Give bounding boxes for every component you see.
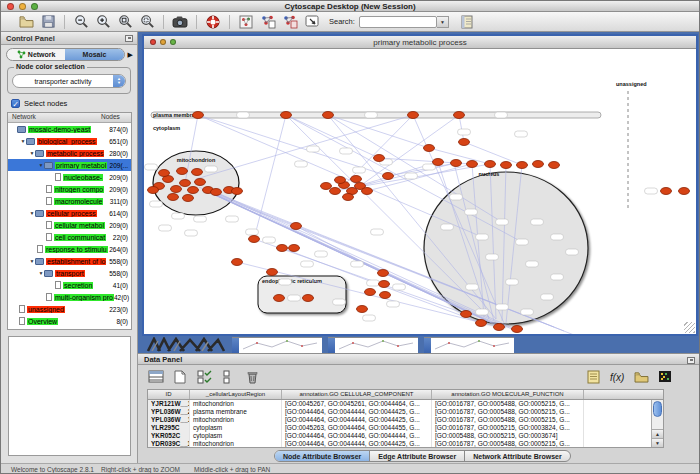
save-icon[interactable] — [38, 13, 58, 30]
network-node[interactable] — [467, 161, 478, 168]
tree-row-secretion[interactable]: secretion41(0) — [8, 279, 131, 291]
annotation-icon[interactable] — [302, 13, 322, 30]
network-node[interactable] — [192, 169, 203, 176]
network-canvas[interactable]: plasma membranecytoplasmmitochondrionnuc… — [144, 49, 696, 334]
network-node[interactable] — [378, 270, 389, 277]
import-attributes-icon[interactable] — [631, 368, 651, 385]
create-network-icon[interactable] — [258, 13, 278, 30]
network-node[interactable] — [533, 161, 544, 168]
table-row-YPL036W__1[interactable]: YPL036W__1mitochondrion[GO:0044464, GO:0… — [148, 416, 663, 424]
zoom-in-icon[interactable] — [93, 13, 113, 30]
search-input[interactable] — [359, 16, 437, 28]
tab-mosaic[interactable]: Mosaic — [65, 49, 123, 60]
network-node[interactable] — [661, 188, 672, 195]
tab-node-attribute-browser[interactable]: Node Attribute Browser — [275, 451, 370, 461]
network-node[interactable] — [195, 179, 206, 186]
float-panel-icon[interactable] — [125, 35, 133, 42]
matrix-view-icon[interactable] — [655, 368, 675, 385]
network-node[interactable] — [232, 259, 243, 266]
network-node[interactable] — [408, 112, 419, 119]
network-node[interactable] — [232, 188, 243, 195]
tree-row-cellular-process[interactable]: ▼cellular process614(0) — [8, 207, 131, 219]
table-row-YLR295C[interactable]: YLR295Ccytoplasm[GO:0045263, GO:0044464,… — [148, 424, 663, 432]
tree-row-cell-communicat[interactable]: cell communicat22(0) — [8, 231, 131, 243]
network-node[interactable] — [321, 183, 332, 190]
tree-row-unassigned[interactable]: unassigned223(0) — [8, 303, 131, 315]
network-node[interactable] — [383, 173, 394, 180]
select-attributes-icon[interactable] — [194, 368, 214, 385]
network-node[interactable] — [281, 112, 292, 119]
network-node[interactable] — [501, 162, 512, 169]
destroy-network-icon[interactable] — [280, 13, 300, 30]
network-node[interactable] — [180, 180, 191, 187]
more-tabs-arrow-icon[interactable]: ▶ — [128, 51, 133, 59]
table-row-YDR039C__1[interactable]: YDR039C__1mitochondrion[GO:0044464, GO:0… — [148, 440, 663, 448]
scrollbar-thumb[interactable] — [653, 401, 662, 417]
network-node[interactable] — [188, 187, 199, 194]
network-node[interactable] — [168, 194, 179, 201]
network-window-thumbnail-2[interactable] — [328, 337, 418, 353]
network-node[interactable] — [362, 188, 373, 195]
scroll-down-icon[interactable]: ▼ — [652, 438, 663, 447]
tree-row-primary-metabol[interactable]: ▼primary metabol209(... — [8, 159, 131, 171]
tree-row-metabolic-process[interactable]: ▼metabolic process280(0) — [8, 147, 131, 159]
show-details-icon[interactable] — [236, 13, 256, 30]
unselect-attributes-icon[interactable] — [218, 368, 238, 385]
network-node[interactable] — [330, 188, 341, 195]
network-node[interactable] — [171, 186, 182, 193]
tree-row-establishment-of-lo[interactable]: ▼establishment of lo558(0) — [8, 255, 131, 267]
tab-network-attribute-browser[interactable]: Network Attribute Browser — [465, 451, 569, 461]
attribute-table-icon[interactable] — [146, 368, 166, 385]
tab-network[interactable]: Network — [7, 49, 65, 60]
network-node[interactable] — [177, 168, 188, 175]
help-icon[interactable] — [203, 13, 223, 30]
network-node[interactable] — [291, 223, 302, 230]
tree-row-transport[interactable]: ▼transport558(0) — [8, 267, 131, 279]
network-view-titlebar[interactable]: primary metabolic process — [144, 36, 696, 49]
search-config-icon[interactable] — [457, 13, 477, 30]
tree-row-nucleobase-[interactable]: nucleobase-209(0) — [8, 171, 131, 183]
network-node[interactable] — [494, 324, 505, 331]
network-node[interactable] — [476, 320, 487, 327]
tree-row-biological-process[interactable]: ▼biological_process651(0) — [8, 135, 131, 147]
table-row-YPL036W__2[interactable]: YPL036W__2plasma membrane[GO:0044464, GO… — [148, 408, 663, 416]
network-node[interactable] — [679, 188, 690, 195]
tree-row-nitrogen-compo[interactable]: nitrogen compo209(0) — [8, 183, 131, 195]
function-builder-icon[interactable]: f(x) — [607, 368, 627, 385]
network-node[interactable] — [335, 177, 346, 184]
network-node[interactable] — [274, 295, 285, 302]
zoom-selected-icon[interactable] — [137, 13, 157, 30]
float-data-panel-icon[interactable] — [687, 357, 695, 364]
network-node[interactable] — [424, 145, 435, 152]
new-attribute-icon[interactable] — [170, 368, 190, 385]
network-node[interactable] — [211, 189, 222, 196]
network-node[interactable] — [365, 289, 376, 296]
network-node[interactable] — [374, 155, 385, 162]
scroll-up-icon[interactable]: ▲ — [652, 429, 663, 438]
tree-row-cellular-metabol[interactable]: cellular metabol209(0) — [8, 219, 131, 231]
network-window-thumbnail-3[interactable] — [424, 337, 514, 353]
network-node[interactable] — [277, 245, 288, 252]
attribute-editor-icon[interactable] — [583, 368, 603, 385]
network-node[interactable] — [193, 112, 204, 119]
table-scrollbar[interactable]: ▲ ▼ — [651, 400, 663, 447]
network-node[interactable] — [380, 292, 391, 299]
column-header-1[interactable]: _cellularLayoutRegion — [190, 390, 282, 399]
network-node[interactable] — [289, 245, 300, 252]
network-node[interactable] — [485, 161, 496, 168]
node-color-dropdown[interactable]: transporter activity ▲▼ — [12, 74, 126, 88]
network-node[interactable] — [323, 112, 334, 119]
network-node[interactable] — [517, 162, 528, 169]
table-row-YKR052C[interactable]: YKR052Ccytoplasm[GO:0044464, GO:0044446,… — [148, 432, 663, 440]
network-node[interactable] — [461, 311, 472, 318]
resize-grip-icon[interactable] — [684, 322, 695, 333]
zoom-out-icon[interactable] — [71, 13, 91, 30]
tree-row-macromolecule[interactable]: macromolecule311(0) — [8, 195, 131, 207]
open-icon[interactable] — [16, 13, 36, 30]
zoom-fit-icon[interactable] — [115, 13, 135, 30]
search-dropdown-icon[interactable]: ▼ — [437, 16, 449, 28]
column-header-2[interactable]: annotation.GO CELLULAR_COMPONENT — [282, 390, 432, 399]
network-node[interactable] — [379, 281, 390, 288]
overview-window-thumbnail[interactable] — [146, 337, 226, 353]
network-node[interactable] — [512, 326, 523, 333]
